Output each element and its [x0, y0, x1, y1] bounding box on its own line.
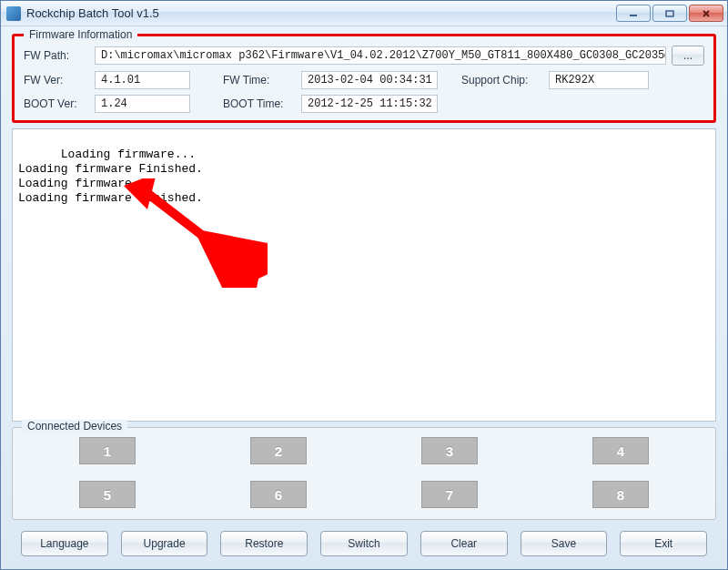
firmware-info-legend: Firmware Information: [24, 28, 137, 41]
minimize-button[interactable]: [616, 5, 651, 22]
close-button[interactable]: [689, 5, 723, 22]
boot-time-field[interactable]: 2012-12-25 11:15:32: [301, 95, 438, 113]
window-title: Rockchip Batch Tool v1.5: [26, 6, 616, 20]
device-slot-6[interactable]: 6: [250, 481, 307, 508]
device-slot-5[interactable]: 5: [79, 481, 136, 508]
app-icon: [6, 6, 21, 21]
upgrade-button[interactable]: Upgrade: [121, 531, 208, 556]
log-line: Loading firmware...: [18, 177, 153, 190]
fw-time-label: FW Time:: [223, 74, 296, 87]
app-window: Rockchip Batch Tool v1.5 Firmware Inform…: [0, 0, 728, 570]
log-line: Loading firmware Finished.: [18, 191, 203, 205]
clear-button[interactable]: Clear: [420, 531, 508, 556]
svg-rect-0: [666, 11, 673, 16]
bottom-button-bar: Language Upgrade Restore Switch Clear Sa…: [12, 525, 716, 560]
device-slot-1[interactable]: 1: [79, 437, 136, 464]
device-slot-8[interactable]: 8: [592, 481, 649, 508]
support-chip-field[interactable]: RK292X: [549, 71, 649, 89]
fw-time-field[interactable]: 2013-02-04 00:34:31: [301, 71, 438, 89]
connected-devices-group: Connected Devices 1 2 3 4 5 6 7 8: [12, 427, 716, 520]
log-line: Loading firmware...: [61, 148, 196, 161]
log-line: Loading firmware Finished.: [18, 162, 203, 176]
language-button[interactable]: Language: [21, 531, 108, 556]
connected-devices-legend: Connected Devices: [22, 420, 127, 433]
title-bar[interactable]: Rockchip Batch Tool v1.5: [1, 1, 727, 26]
switch-button[interactable]: Switch: [320, 531, 408, 556]
device-slot-3[interactable]: 3: [421, 437, 478, 464]
boot-ver-label: BOOT Ver:: [24, 97, 89, 110]
fw-path-field[interactable]: D:\micromax\micromax p362\Firmware\V1_04…: [95, 46, 666, 65]
device-slot-7[interactable]: 7: [421, 481, 478, 508]
boot-ver-field[interactable]: 1.24: [95, 95, 190, 113]
boot-time-label: BOOT Time:: [223, 97, 296, 110]
log-textarea[interactable]: Loading firmware... Loading firmware Fin…: [12, 128, 716, 422]
save-button[interactable]: Save: [521, 531, 608, 556]
device-slot-4[interactable]: 4: [592, 437, 649, 464]
restore-button[interactable]: Restore: [220, 531, 308, 556]
maximize-button[interactable]: [652, 5, 687, 22]
device-slot-2[interactable]: 2: [250, 437, 307, 464]
exit-button[interactable]: Exit: [620, 531, 707, 556]
fw-path-label: FW Path:: [24, 49, 89, 62]
support-chip-label: Support Chip:: [461, 74, 543, 87]
fw-ver-field[interactable]: 4.1.01: [95, 71, 190, 89]
browse-button[interactable]: ...: [672, 46, 704, 66]
firmware-info-group: Firmware Information FW Path: D:\microma…: [12, 34, 716, 123]
fw-ver-label: FW Ver:: [24, 74, 89, 87]
client-area: Firmware Information FW Path: D:\microma…: [1, 26, 727, 569]
